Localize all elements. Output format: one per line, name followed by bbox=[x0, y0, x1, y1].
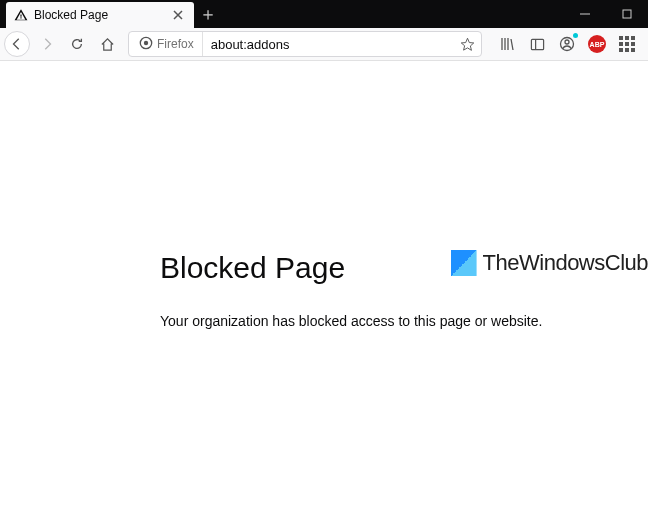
library-icon[interactable] bbox=[496, 33, 518, 55]
identity-label: Firefox bbox=[157, 37, 194, 51]
watermark: TheWindowsClub bbox=[451, 250, 648, 276]
watermark-text: TheWindowsClub bbox=[483, 250, 648, 276]
firefox-logo-icon bbox=[139, 36, 153, 53]
warning-icon bbox=[14, 8, 28, 22]
browser-tab[interactable]: Blocked Page bbox=[6, 2, 194, 28]
bookmark-star-button[interactable] bbox=[455, 32, 479, 56]
svg-rect-0 bbox=[623, 10, 631, 18]
url-input[interactable] bbox=[203, 37, 455, 52]
apps-menu-icon[interactable] bbox=[616, 33, 638, 55]
svg-point-5 bbox=[565, 40, 569, 44]
blocked-page-message: Your organization has blocked access to … bbox=[160, 313, 608, 329]
adblock-icon[interactable]: ABP bbox=[586, 33, 608, 55]
window-controls bbox=[564, 0, 648, 28]
back-button[interactable] bbox=[4, 31, 30, 57]
new-tab-button[interactable]: ＋ bbox=[194, 0, 222, 28]
identity-box[interactable]: Firefox bbox=[131, 32, 203, 56]
url-bar[interactable]: Firefox bbox=[128, 31, 482, 57]
window-maximize-button[interactable] bbox=[606, 0, 648, 28]
toolbar-end-icons: ABP bbox=[490, 33, 644, 55]
forward-button[interactable] bbox=[34, 31, 60, 57]
home-button[interactable] bbox=[94, 31, 120, 57]
firefox-account-icon[interactable] bbox=[556, 33, 578, 55]
window-minimize-button[interactable] bbox=[564, 0, 606, 28]
svg-point-2 bbox=[144, 40, 148, 44]
watermark-logo-icon bbox=[451, 250, 477, 276]
content-area: Blocked Page Your organization has block… bbox=[0, 61, 648, 528]
svg-rect-3 bbox=[531, 39, 543, 49]
sidebar-icon[interactable] bbox=[526, 33, 548, 55]
reload-button[interactable] bbox=[64, 31, 90, 57]
tab-close-button[interactable] bbox=[170, 7, 186, 23]
browser-navbar: Firefox ABP bbox=[0, 28, 648, 61]
tab-title: Blocked Page bbox=[34, 8, 170, 22]
browser-titlebar: Blocked Page ＋ bbox=[0, 0, 648, 28]
